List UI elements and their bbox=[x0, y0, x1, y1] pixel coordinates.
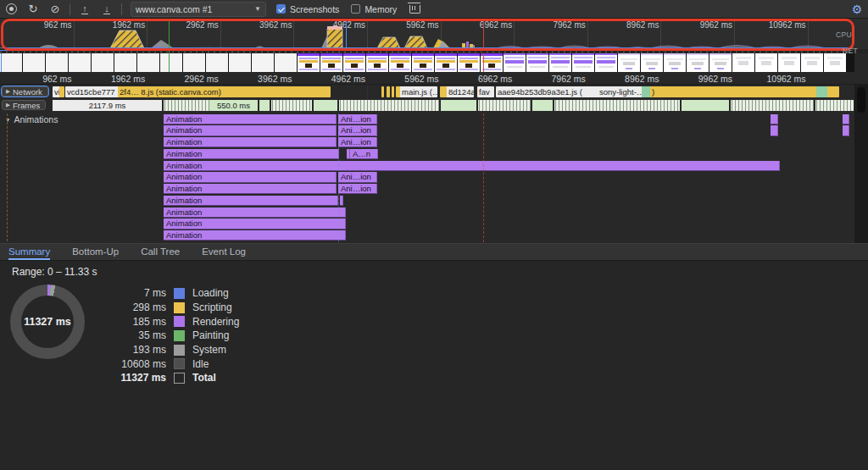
filmstrip-frame[interactable] bbox=[183, 53, 205, 72]
filmstrip-frame[interactable] bbox=[778, 53, 800, 72]
filmstrip-frame[interactable] bbox=[526, 53, 548, 72]
frame-segment[interactable] bbox=[554, 100, 680, 111]
network-request[interactable]: fav bbox=[477, 86, 494, 97]
frame-segment[interactable] bbox=[731, 100, 814, 111]
animation-bar[interactable]: Animation bbox=[164, 125, 337, 135]
settings-button[interactable]: ⚙ bbox=[846, 0, 868, 19]
animation-bar[interactable]: Ani…ion bbox=[338, 125, 377, 135]
filmstrip-frame[interactable] bbox=[709, 53, 732, 72]
filmstrip-frame[interactable] bbox=[206, 53, 228, 72]
animation-bar[interactable]: Animation bbox=[164, 114, 337, 124]
animation-bar[interactable] bbox=[843, 125, 849, 135]
network-request[interactable]: 8d124a… bbox=[440, 86, 474, 97]
frames-track-toggle[interactable]: ▶ Frames bbox=[2, 100, 46, 110]
network-request[interactable]: aae94b253db9a3e1.js (sony-light-…) bbox=[496, 86, 839, 97]
animation-bar[interactable] bbox=[771, 125, 778, 135]
animation-bar[interactable] bbox=[843, 114, 849, 124]
frame-segment[interactable] bbox=[682, 100, 729, 111]
filmstrip-frame[interactable] bbox=[137, 53, 159, 72]
filmstrip-frame[interactable] bbox=[801, 53, 823, 72]
animation-bar[interactable] bbox=[771, 114, 778, 124]
reload-and-record-button[interactable]: ↻ bbox=[22, 0, 44, 19]
filmstrip-frame[interactable] bbox=[343, 53, 365, 72]
filmstrip-frame[interactable] bbox=[595, 53, 617, 72]
clear-button[interactable]: ⊘ bbox=[44, 0, 66, 19]
filmstrip-frame[interactable] bbox=[732, 53, 754, 72]
filmstrip-frame[interactable] bbox=[229, 53, 251, 72]
filmstrip-frame[interactable] bbox=[824, 53, 846, 72]
filmstrip-frame[interactable] bbox=[275, 53, 297, 72]
frame-segment[interactable] bbox=[478, 100, 531, 111]
filmstrip-frame[interactable] bbox=[664, 53, 686, 72]
tab-call-tree[interactable]: Call Tree bbox=[141, 244, 180, 260]
memory-checkbox[interactable]: Memory bbox=[351, 4, 397, 14]
filmstrip-frame[interactable] bbox=[23, 53, 45, 72]
filmstrip-frame[interactable] bbox=[0, 53, 22, 72]
tab-summary[interactable]: Summary bbox=[8, 244, 50, 260]
animation-bar[interactable]: Animation bbox=[164, 149, 339, 159]
filmstrip-frame[interactable] bbox=[366, 53, 388, 72]
filmstrip-frame[interactable] bbox=[618, 53, 640, 72]
network-track-toggle[interactable]: ▶ Network bbox=[2, 86, 48, 97]
filmstrip-frame[interactable] bbox=[389, 53, 411, 72]
animation-bar[interactable] bbox=[340, 196, 343, 206]
load-profile-button[interactable]: ↑ bbox=[74, 0, 96, 19]
filmstrip-frame[interactable] bbox=[458, 53, 480, 72]
filmstrip-frame[interactable] bbox=[298, 53, 320, 72]
filmstrip-frame[interactable] bbox=[572, 53, 594, 72]
animation-bar[interactable]: Animation bbox=[164, 184, 337, 194]
timeline-overview[interactable]: 962 ms1962 ms2962 ms3962 ms4962 ms5962 m… bbox=[0, 19, 868, 49]
frame-segment[interactable] bbox=[314, 100, 337, 111]
frame-segment[interactable] bbox=[441, 100, 476, 111]
network-request[interactable]: main.js (… bbox=[396, 86, 437, 97]
screenshots-checkbox[interactable]: Screenshots bbox=[276, 4, 339, 14]
filmstrip-frame[interactable] bbox=[755, 53, 777, 72]
filmstrip-frame[interactable] bbox=[69, 53, 91, 72]
animation-bar[interactable]: Animation bbox=[164, 230, 346, 241]
filmstrip-frame[interactable] bbox=[412, 53, 434, 72]
animation-bar[interactable]: Ani…ion bbox=[338, 172, 377, 182]
network-request[interactable]: vid bbox=[53, 86, 64, 97]
network-request[interactable]: vcd15cbe7772f4… 8.js (static.canva.com) bbox=[65, 86, 331, 97]
filmstrip-frame[interactable] bbox=[641, 53, 663, 72]
frame-segment[interactable]: 550.0 ms bbox=[209, 100, 258, 111]
frame-segment[interactable] bbox=[532, 100, 553, 111]
network-request[interactable] bbox=[387, 86, 390, 97]
animation-bar[interactable]: Ani…ion bbox=[338, 114, 377, 124]
animations-track-toggle[interactable]: ▼ Animations bbox=[5, 114, 58, 124]
filmstrip-frame[interactable] bbox=[504, 53, 526, 72]
animation-bar[interactable]: Animation bbox=[164, 161, 780, 171]
filmstrip-frame[interactable] bbox=[92, 53, 114, 72]
animation-bar[interactable]: Animation bbox=[164, 218, 346, 229]
filmstrip-frame[interactable] bbox=[687, 53, 709, 72]
frame-segment[interactable] bbox=[271, 100, 312, 111]
filmstrip-frame[interactable] bbox=[46, 53, 68, 72]
scrollbar-thumb[interactable] bbox=[857, 87, 865, 113]
record-button[interactable] bbox=[0, 0, 22, 19]
frame-segment[interactable] bbox=[164, 100, 209, 111]
tab-bottom-up[interactable]: Bottom-Up bbox=[72, 244, 119, 260]
network-request[interactable] bbox=[392, 86, 394, 97]
frame-segment[interactable] bbox=[259, 100, 270, 111]
filmstrip-frame[interactable] bbox=[549, 53, 571, 72]
animation-bar[interactable]: Ani…ion bbox=[338, 137, 377, 147]
filmstrip-frame[interactable] bbox=[252, 53, 274, 72]
target-selector-dropdown[interactable]: www.canva.com #1 ▼ bbox=[131, 2, 266, 17]
filmstrip-frame[interactable] bbox=[435, 53, 457, 72]
animation-bar[interactable]: Animation bbox=[164, 172, 337, 182]
animation-bar[interactable]: A…n bbox=[350, 149, 378, 159]
animation-bar[interactable]: Animation bbox=[164, 207, 346, 218]
collect-garbage-button[interactable] bbox=[403, 0, 426, 19]
save-profile-button[interactable]: ↓ bbox=[96, 0, 118, 19]
frame-segment[interactable] bbox=[815, 100, 854, 111]
filmstrip-frame[interactable] bbox=[320, 53, 342, 72]
animation-bar[interactable]: Animation bbox=[164, 196, 338, 206]
frame-segment[interactable] bbox=[339, 100, 439, 111]
animation-bar[interactable]: Ani…ion bbox=[338, 184, 377, 194]
filmstrip-frame[interactable] bbox=[114, 53, 136, 72]
network-request[interactable] bbox=[381, 86, 384, 97]
tab-event-log[interactable]: Event Log bbox=[202, 244, 246, 260]
frame-segment[interactable]: 2117.9 ms bbox=[53, 100, 162, 111]
filmstrip-frame[interactable] bbox=[160, 53, 182, 72]
animation-bar[interactable]: Animation bbox=[164, 137, 337, 147]
